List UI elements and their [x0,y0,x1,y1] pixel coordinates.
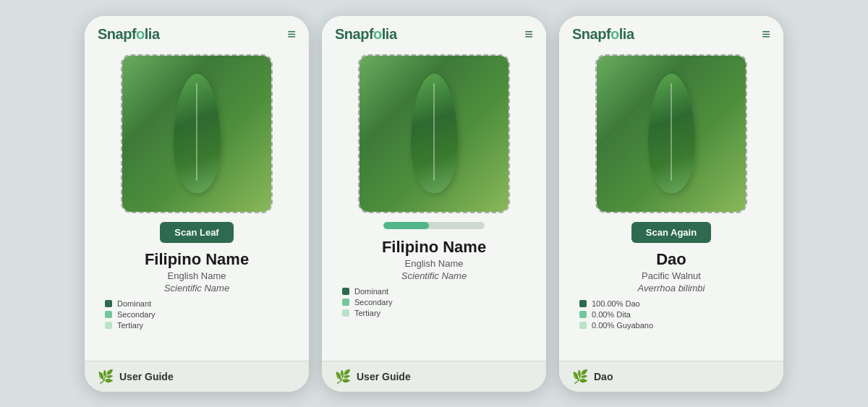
legend-phone3: 100.00% Dao 0.00% Dita 0.00% Guyabano [571,299,772,332]
logo-phone2: Snapfolia [335,26,397,43]
phone1-header: Snapfolia ≡ [85,16,309,48]
english-name-phone1: English Name [168,270,226,281]
legend-label-dita: 0.00% Dita [592,310,631,319]
legend-label-tertiary: Tertiary [117,321,143,330]
scientific-name-phone1: Scientific Name [164,283,229,294]
footer-text-phone1: User Guide [119,371,174,382]
phone2-header: Snapfolia ≡ [322,16,546,48]
scan-leaf-button[interactable]: Scan Leaf [160,222,233,243]
filipino-name-phone3: Dao [656,250,686,269]
legend-secondary-phone2: Secondary [342,298,526,307]
legend-dot-secondary [105,311,112,318]
phone-idle: Snapfolia ≡ Scan Leaf Filipino Name Engl… [85,16,309,392]
logo-phone1: Snapfolia [98,26,160,43]
leaf-footer-icon-phone3: 🌿 [572,369,588,385]
leaf-image-phone3 [595,54,747,213]
logo-leaf-icon2: o [373,26,382,42]
leaf-footer-icon-phone2: 🌿 [335,369,351,385]
legend-dominant-phone2: Dominant [342,287,526,296]
legend-label-secondary2: Secondary [354,298,393,307]
phone3-footer[interactable]: 🌿 Dao [559,361,783,392]
scientific-name-phone2: Scientific Name [401,270,467,281]
leaf-image-phone2 [358,54,510,213]
phone-result: Snapfolia ≡ Scan Again Dao Pacific Walnu… [559,16,783,392]
leaf-image-phone1 [121,54,273,213]
legend-dot-tertiary [105,322,112,329]
phone2-content: Filipino Name English Name Scientific Na… [322,48,546,361]
legend-dot-tertiary2 [342,309,349,317]
legend-label-secondary: Secondary [117,310,156,319]
legend-label-dominant2: Dominant [354,287,388,296]
footer-text-phone2: User Guide [357,371,411,382]
footer-text-phone3: Dao [594,371,613,382]
legend-dot-dominant2 [342,288,349,295]
legend-tertiary-phone1: Tertiary [105,321,289,330]
phone2-footer[interactable]: 🌿 User Guide [322,361,546,392]
legend-dot-secondary2 [342,299,349,306]
legend-label-guyabano: 0.00% Guyabano [592,321,653,330]
phones-container: Snapfolia ≡ Scan Leaf Filipino Name Engl… [70,1,798,406]
english-name-phone2: English Name [405,258,464,269]
legend-dominant-phone1: Dominant [105,299,289,308]
legend-label-dominant: Dominant [117,299,151,308]
phone1-content: Scan Leaf Filipino Name English Name Sci… [85,48,309,361]
logo-leaf-icon: o [136,26,145,42]
legend-label-dao: 100.00% Dao [592,299,640,308]
progress-bar-container [383,222,485,229]
legend-label-tertiary2: Tertiary [354,309,380,317]
scan-again-button[interactable]: Scan Again [631,222,711,243]
legend-phone2: Dominant Secondary Tertiary [333,287,535,320]
legend-secondary-phone1: Secondary [105,310,289,319]
filipino-name-phone1: Filipino Name [145,250,249,269]
legend-dot-guyabano [579,322,587,329]
hamburger-menu-phone1[interactable]: ≡ [287,26,296,43]
legend-tertiary-phone2: Tertiary [342,309,526,317]
phone-scanning: Snapfolia ≡ Filipino Name English Name S… [322,16,546,392]
progress-bar-fill [383,222,429,229]
legend-dot-dita [579,311,587,318]
phone3-header: Snapfolia ≡ [559,16,783,48]
legend-dita-phone3: 0.00% Dita [579,310,763,319]
legend-dot-dao [579,300,587,307]
legend-phone1: Dominant Secondary Tertiary [96,299,297,332]
leaf-footer-icon-phone1: 🌿 [98,369,114,385]
logo-phone3: Snapfolia [572,26,634,43]
scientific-name-phone3: Averrhoa bilimbi [638,283,705,294]
hamburger-menu-phone2[interactable]: ≡ [524,26,533,43]
hamburger-menu-phone3[interactable]: ≡ [762,26,770,43]
legend-dao-phone3: 100.00% Dao [579,299,763,308]
legend-guyabano-phone3: 0.00% Guyabano [579,321,763,330]
logo-leaf-icon3: o [610,26,619,42]
phone1-footer[interactable]: 🌿 User Guide [85,361,309,392]
legend-dot-dominant [105,300,112,307]
english-name-phone3: Pacific Walnut [642,270,701,281]
phone3-content: Scan Again Dao Pacific Walnut Averrhoa b… [559,48,783,361]
filipino-name-phone2: Filipino Name [382,238,486,257]
